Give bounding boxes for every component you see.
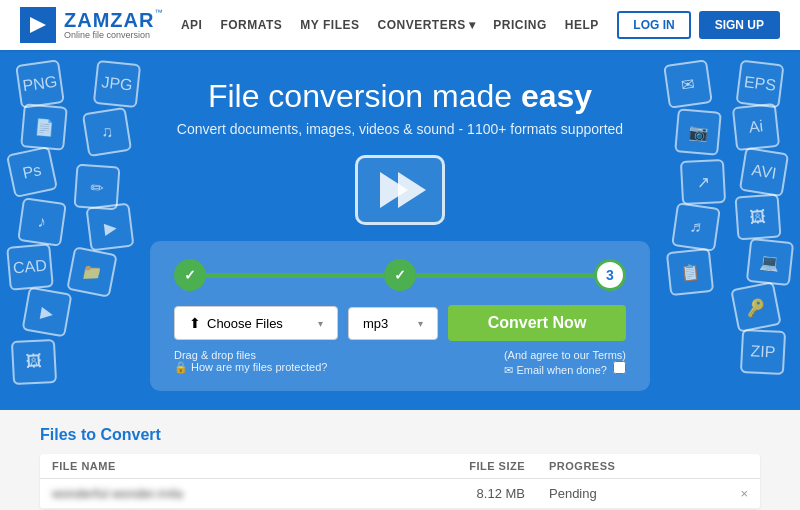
footer-left: Drag & drop files 🔒 How are my files pro…: [174, 349, 327, 374]
step-2: ✓: [384, 259, 416, 291]
step-3: 3: [594, 259, 626, 291]
sketch-note-icon: ♫: [82, 107, 132, 157]
col-progress: PROGRESS: [537, 454, 728, 479]
nav-help[interactable]: HELP: [565, 18, 599, 32]
nav-converters[interactable]: CONVERTERS ▾: [377, 18, 475, 32]
sketch-key-icon: 🔑: [730, 281, 782, 333]
logo-tm: ™: [154, 9, 162, 18]
col-filesize: FILE SIZE: [368, 454, 537, 479]
sketch-laptop-icon: 💻: [746, 238, 794, 286]
files-title: Files to Convert: [40, 426, 760, 444]
hero-section: PNG 📄 Ps ♪ CAD ▶ 🖼 JPG ♫ ✏ ▶ 📁 EPS Ai AV…: [0, 50, 800, 410]
sketch-photo-icon: 📷: [674, 108, 722, 156]
sketch-msg-icon: ✉: [663, 59, 713, 109]
file-remove-button[interactable]: ×: [728, 479, 760, 509]
logo-name: ZAMZAR: [64, 9, 154, 31]
play-triangle-2: [398, 172, 426, 208]
step-1: ✓: [174, 259, 206, 291]
sketch-ai-icon: Ai: [732, 103, 780, 151]
sketch-png-icon: PNG: [15, 59, 65, 109]
sketch-folder-icon: 📁: [66, 246, 118, 298]
nav-myfiles[interactable]: MY FILES: [300, 18, 359, 32]
sketch-doc-icon: 📄: [20, 103, 68, 151]
sketch-music-icon: ♪: [17, 197, 67, 247]
files-table-body: wonderful wonder.m4a 8.12 MB Pending ×: [40, 479, 760, 509]
drag-drop-label: Drag & drop files: [174, 349, 327, 361]
col-actions: [728, 454, 760, 479]
file-name: wonderful wonder.m4a: [40, 479, 368, 509]
sketch-cad-icon: CAD: [6, 243, 54, 291]
play-button: [355, 155, 445, 225]
table-header-row: FILE NAME FILE SIZE PROGRESS: [40, 454, 760, 479]
sketch-jpg-icon: JPG: [93, 60, 141, 108]
email-icon: ✉: [504, 364, 513, 376]
logo-icon: [20, 7, 56, 43]
email-checkbox[interactable]: [613, 361, 626, 374]
files-section: Files to Convert FILE NAME FILE SIZE PRO…: [0, 410, 800, 510]
play-button-wrapper: [355, 155, 445, 225]
sketch-zip-icon: ZIP: [740, 329, 786, 375]
col-filename: FILE NAME: [40, 454, 368, 479]
choose-files-chevron: ▾: [318, 318, 323, 329]
sketch-eps-icon: EPS: [735, 59, 784, 108]
hero-title: File conversion made easy: [208, 78, 592, 115]
upload-icon: ⬆: [189, 315, 201, 331]
sketch-img2-icon: 🖼: [735, 194, 782, 241]
nav-api[interactable]: API: [181, 18, 203, 32]
step-line-2: [416, 273, 594, 278]
protection-link[interactable]: How are my files protected?: [191, 361, 327, 373]
panel-footer: Drag & drop files 🔒 How are my files pro…: [174, 349, 626, 377]
login-button[interactable]: LOG IN: [617, 11, 690, 39]
converter-panel: ✓ ✓ 3 ⬆ Choose Files ▾ mp3 ▾: [150, 241, 650, 391]
email-label: ✉ Email when done?: [504, 361, 626, 377]
nav-formats[interactable]: FORMATS: [220, 18, 282, 32]
table-row: wonderful wonder.m4a 8.12 MB Pending ×: [40, 479, 760, 509]
main-nav: API FORMATS MY FILES CONVERTERS ▾ PRICIN…: [181, 18, 599, 32]
files-table: FILE NAME FILE SIZE PROGRESS wonderful w…: [40, 454, 760, 509]
sketch-file-icon: 📋: [666, 248, 714, 296]
converter-controls: ⬆ Choose Files ▾ mp3 ▾ Convert Now: [174, 305, 626, 341]
file-progress: Pending: [537, 479, 728, 509]
step-1-check: ✓: [184, 267, 196, 283]
sketch-arrow-icon: ↗: [680, 159, 726, 205]
logo-area: ZAMZAR™ Online file conversion: [20, 7, 162, 43]
step-2-check: ✓: [394, 267, 406, 283]
convert-now-button[interactable]: Convert Now: [448, 305, 626, 341]
sketch-avi-icon: AVI: [739, 147, 789, 197]
step-line-1: [206, 273, 384, 278]
signup-button[interactable]: SIGN UP: [699, 11, 780, 39]
terms-link[interactable]: Terms: [592, 349, 622, 361]
footer-right: (And agree to our Terms) ✉ Email when do…: [504, 349, 626, 377]
nav-pricing[interactable]: PRICING: [493, 18, 547, 32]
sketch-image-icon: 🖼: [11, 339, 57, 385]
format-select[interactable]: mp3 ▾: [348, 307, 438, 340]
logo-tagline: Online file conversion: [64, 31, 162, 41]
svg-marker-0: [30, 17, 46, 33]
hero-subtitle: Convert documents, images, videos & soun…: [177, 121, 623, 137]
sketch-music2-icon: ♬: [671, 202, 721, 252]
logo-text: ZAMZAR™ Online file conversion: [64, 9, 162, 41]
chevron-down-icon: ▾: [469, 18, 476, 32]
nav-buttons: LOG IN SIGN UP: [617, 11, 780, 39]
choose-files-button[interactable]: ⬆ Choose Files ▾: [174, 306, 338, 340]
file-size: 8.12 MB: [368, 479, 537, 509]
steps-progress: ✓ ✓ 3: [174, 259, 626, 291]
sketch-youtube-icon: ▶: [85, 202, 134, 251]
lock-icon: 🔒: [174, 361, 188, 373]
sketch-video-icon: ▶: [22, 287, 73, 338]
header: ZAMZAR™ Online file conversion API FORMA…: [0, 0, 800, 50]
sketch-ps-icon: Ps: [6, 146, 58, 198]
terms-text: (And agree to our Terms): [504, 349, 626, 361]
format-chevron: ▾: [418, 318, 423, 329]
